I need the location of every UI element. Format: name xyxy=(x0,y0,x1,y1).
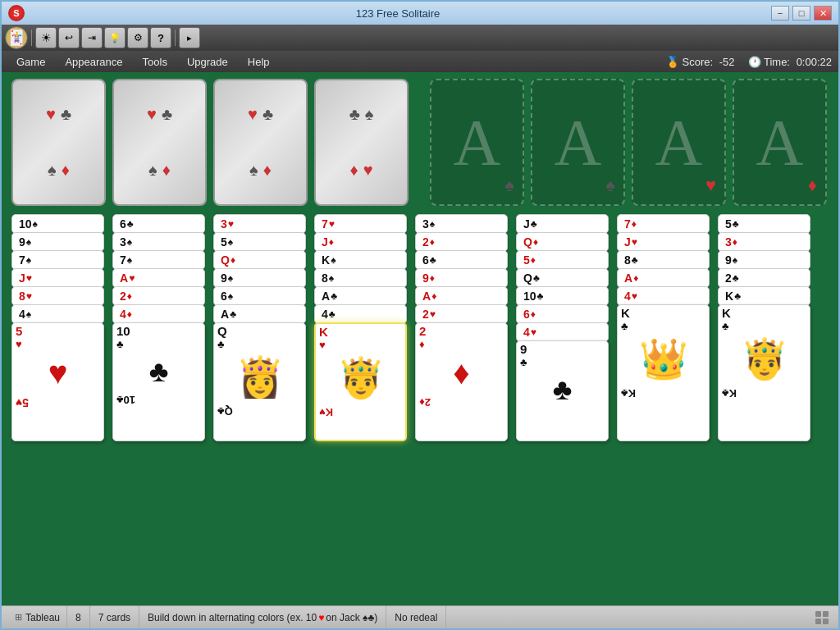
card-4h[interactable]: 4♥ xyxy=(516,322,609,342)
deal-icon[interactable]: ⇥ xyxy=(81,27,103,48)
card-2d[interactable]: 2♦ xyxy=(112,286,205,306)
card-kc[interactable]: K ♣ 👑 K♣ xyxy=(617,304,710,441)
card-ad-2[interactable]: A♦ xyxy=(617,268,710,288)
card-qc-2[interactable]: Q♣ xyxy=(516,268,609,288)
menu-help[interactable]: Help xyxy=(240,54,278,70)
foundation-4[interactable]: A ♦ xyxy=(733,79,827,206)
card-7s-2[interactable]: 7♠ xyxy=(112,250,205,270)
card-9s-3[interactable]: 9♠ xyxy=(718,250,810,270)
card-6s[interactable]: 6♠ xyxy=(213,286,306,306)
club-suit-icon-3: ♣ xyxy=(262,105,273,124)
menu-tools[interactable]: Tools xyxy=(135,54,176,70)
card-2c[interactable]: 2♣ xyxy=(718,268,810,288)
foundation-heart-icon: ♥ xyxy=(705,175,716,196)
stock-pile-1[interactable]: ♥ ♣ ♠ ♦ xyxy=(11,79,106,206)
card-5h[interactable]: 5 ♥ ♥ 5♥ xyxy=(11,322,104,441)
card-8h[interactable]: 8♥ xyxy=(11,286,104,306)
card-3d[interactable]: 3♦ xyxy=(718,232,810,252)
card-9d[interactable]: 9♦ xyxy=(415,268,508,288)
card-6c[interactable]: 6♣ xyxy=(112,214,205,234)
foundation-a-icon: A xyxy=(454,110,501,176)
help-icon[interactable]: ? xyxy=(150,27,171,48)
card-7s[interactable]: 7♠ xyxy=(11,250,104,270)
status-mode: ⊞ Tableau xyxy=(8,606,67,628)
card-4d[interactable]: 4♦ xyxy=(112,304,205,324)
tableau-col-7[interactable]: 7♦ J♥ 8♣ A♦ 4♥ xyxy=(617,214,711,444)
club-suit-icon-2: ♣ xyxy=(162,105,172,124)
card-qd[interactable]: Q♦ xyxy=(213,250,306,270)
card-4h-2[interactable]: 4♥ xyxy=(617,286,710,306)
card-5c[interactable]: 5♣ xyxy=(718,214,810,234)
spade-suit-icon-3: ♠ xyxy=(249,161,258,180)
card-8c[interactable]: 8♣ xyxy=(617,250,710,270)
time-display: 🕐 Time: 0:00:22 xyxy=(748,56,832,68)
menu-upgrade[interactable]: Upgrade xyxy=(179,54,236,70)
card-jh[interactable]: J♥ xyxy=(11,268,104,288)
maximize-button[interactable]: □ xyxy=(792,6,810,21)
foundation-1[interactable]: A ♠ xyxy=(430,79,524,206)
card-6d[interactable]: 6♦ xyxy=(516,304,609,324)
card-6c-2[interactable]: 6♣ xyxy=(415,250,508,270)
card-kh[interactable]: K ♥ 🤴 K♥ xyxy=(314,322,407,441)
card-3s-2[interactable]: 3♠ xyxy=(415,214,508,234)
card-3h[interactable]: 3♥ xyxy=(213,214,306,234)
card-ac[interactable]: A♣ xyxy=(213,304,306,324)
card-5d[interactable]: 5♦ xyxy=(516,250,609,270)
status-rule: Build down in alternating colors (ex. 10… xyxy=(139,606,386,628)
card-4s[interactable]: 4♠ xyxy=(11,304,104,324)
main-window: S 123 Free Solitaire − □ ✕ 🃏 ☀ ↩ ⇥ 💡 ⚙ ?… xyxy=(0,0,840,630)
card-qd-2[interactable]: Q♦ xyxy=(516,232,609,252)
foundation-3[interactable]: A ♥ xyxy=(632,79,726,206)
undo-icon[interactable]: ↩ xyxy=(58,27,80,48)
card-9c[interactable]: 9 ♣ ♣ xyxy=(516,340,609,441)
stock-pile-4[interactable]: ♣ ♠ ♦ ♥ xyxy=(314,79,409,206)
card-10c-2[interactable]: 10♣ xyxy=(516,286,609,306)
hint-icon[interactable]: 💡 xyxy=(104,27,126,48)
menubar: Game Appearance Tools Upgrade Help 🏅 Sco… xyxy=(2,51,838,72)
card-kc-face[interactable]: K ♣ 🤴 K♣ xyxy=(718,304,810,441)
card-7d[interactable]: 7♦ xyxy=(617,214,710,234)
card-2d-2[interactable]: 2♦ xyxy=(415,232,508,252)
card-5s[interactable]: 5♠ xyxy=(213,232,306,252)
tableau-col-5[interactable]: 3♠ 2♦ 6♣ 9♦ A♦ 2♥ xyxy=(415,214,509,444)
card-ac-2[interactable]: A♣ xyxy=(314,286,407,306)
foundation-2[interactable]: A ♠ xyxy=(531,79,625,206)
stock-pile-3[interactable]: ♥ ♣ ♠ ♦ xyxy=(213,79,308,206)
card-8s[interactable]: 8♠ xyxy=(314,268,407,288)
card-ad[interactable]: A♦ xyxy=(415,286,508,306)
stock-pile-2[interactable]: ♥ ♣ ♠ ♦ xyxy=(112,79,207,206)
card-10c[interactable]: 10 ♣ ♣ 10♣ xyxy=(112,322,205,441)
diamond-suit-icon-3: ♦ xyxy=(263,161,272,180)
tableau-col-2[interactable]: 6♣ 3♠ 7♠ A♥ 2♦ 4♦ xyxy=(112,214,207,444)
tableau-col-8[interactable]: 5♣ 3♦ 9♠ 2♣ K♣ xyxy=(718,214,812,444)
play-icon[interactable]: ▸ xyxy=(179,27,200,48)
card-kc-2[interactable]: K♣ xyxy=(718,286,810,306)
app-icon: S xyxy=(8,5,25,21)
card-jc[interactable]: J♣ xyxy=(516,214,609,234)
menu-appearance[interactable]: Appearance xyxy=(57,54,130,70)
status-redeal: No redeal xyxy=(386,606,446,628)
card-4c[interactable]: 4♣ xyxy=(314,304,407,324)
card-qc[interactable]: Q ♣ 👸 Q♣ xyxy=(213,322,306,441)
status-cards: 7 cards xyxy=(90,606,139,628)
card-2d-3[interactable]: 2 ♦ ♦ 2♦ xyxy=(415,322,508,441)
tableau-col-4[interactable]: 7♥ J♦ K♠ 8♠ A♣ 4♣ xyxy=(314,214,409,444)
new-game-icon[interactable]: ☀ xyxy=(35,27,57,48)
app-logo-icon[interactable]: 🃏 xyxy=(5,26,28,49)
tableau-col-6[interactable]: J♣ Q♦ 5♦ Q♣ 10♣ 6♦ xyxy=(516,214,610,444)
card-9s-2[interactable]: 9♠ xyxy=(213,268,306,288)
minimize-button[interactable]: − xyxy=(771,6,789,21)
tableau-col-1[interactable]: 10♠ 9♠ 7♠ J♥ 8♥ 4♠ xyxy=(11,214,106,444)
close-button[interactable]: ✕ xyxy=(814,6,832,21)
card-2h[interactable]: 2♥ xyxy=(415,304,508,324)
card-9s[interactable]: 9♠ xyxy=(11,232,104,252)
tableau-col-3[interactable]: 3♥ 5♠ Q♦ 9♠ 6♠ A♣ xyxy=(213,214,308,444)
card-3s[interactable]: 3♠ xyxy=(112,232,205,252)
card-7h[interactable]: 7♥ xyxy=(314,214,407,234)
card-ah[interactable]: A♥ xyxy=(112,268,205,288)
card-ks[interactable]: K♠ xyxy=(314,250,407,270)
menu-game[interactable]: Game xyxy=(8,54,53,70)
settings-icon[interactable]: ⚙ xyxy=(127,27,148,48)
card-jh-2[interactable]: J♥ xyxy=(617,232,710,252)
card-jd[interactable]: J♦ xyxy=(314,232,407,252)
